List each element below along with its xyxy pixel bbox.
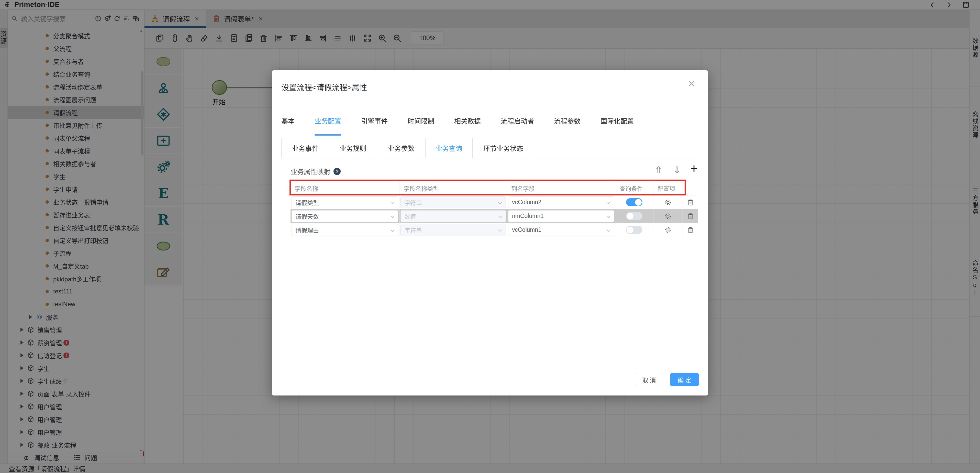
row-delete-button[interactable] (683, 196, 698, 209)
chevron-down-icon (391, 214, 395, 218)
subtab-business-query[interactable]: 业务查询 (426, 138, 473, 158)
column-field-select[interactable]: vcColumn1 (508, 224, 614, 236)
tab-process-initiator[interactable]: 流程启动者 (501, 116, 534, 125)
subtab-business-params[interactable]: 业务参数 (377, 138, 426, 158)
tab-related-data[interactable]: 相关数据 (454, 116, 481, 125)
dialog-title: 设置流程<请假流程>属性 (281, 81, 367, 92)
row-config-button[interactable] (654, 196, 683, 209)
subtab-business-rules[interactable]: 业务规则 (329, 138, 377, 158)
field-name-select[interactable]: 请假类型 (291, 196, 398, 208)
help-icon[interactable]: ? (334, 168, 340, 175)
row-delete-button[interactable] (683, 223, 698, 237)
move-up-icon[interactable]: ⇧ (655, 166, 662, 175)
query-condition-toggle[interactable] (626, 226, 643, 234)
tab-i18n-config[interactable]: 国际化配置 (600, 116, 634, 125)
chevron-down-icon (606, 214, 611, 218)
section-label: 业务属性映射 ? (291, 167, 340, 176)
field-type-select: 字符串 (401, 196, 506, 208)
tab-underline-track (281, 135, 699, 135)
chevron-down-icon (391, 200, 395, 204)
chevron-down-icon (606, 200, 611, 204)
table-row: 请假理由 字符串 vcColumn1 (291, 223, 698, 237)
chevron-down-icon (498, 214, 502, 218)
col-field-name: 字段名称 (291, 181, 399, 195)
field-type-select: 数值 (401, 210, 506, 222)
row-delete-button[interactable] (683, 209, 698, 223)
field-name-select[interactable]: 请假天数 (291, 210, 398, 222)
table-row-highlighted: 请假天数 数值 nmColumn1 (291, 209, 698, 223)
col-column-field: 列名字段 (507, 181, 615, 195)
col-actions (683, 181, 698, 195)
tab-basic[interactable]: 基本 (281, 116, 294, 125)
process-properties-dialog: 设置流程<请假流程>属性 × 基本 业务配置 引擎事件 时间限制 相关数据 流程… (272, 70, 708, 395)
tab-time-limit[interactable]: 时间限制 (408, 116, 434, 125)
active-tab-indicator (315, 134, 341, 135)
property-mapping-table: 字段名称 字段名称类型 列名字段 查询条件 配置项 请假类型 字符串 vcCol… (291, 181, 698, 237)
confirm-button[interactable]: 确定 (670, 373, 699, 386)
subtab-step-business-status[interactable]: 环节业务状态 (473, 138, 534, 158)
query-condition-toggle[interactable] (626, 212, 643, 220)
cancel-button[interactable]: 取消 (635, 373, 663, 386)
chevron-down-icon (498, 200, 502, 204)
subtab-business-events[interactable]: 业务事件 (281, 138, 329, 158)
tab-engine-events[interactable]: 引擎事件 (361, 116, 388, 125)
query-condition-toggle[interactable] (626, 198, 643, 206)
row-config-button[interactable] (654, 209, 683, 223)
field-type-select: 字符串 (401, 224, 506, 236)
column-field-select[interactable]: nmColumn1 (508, 210, 614, 222)
chevron-down-icon (498, 228, 502, 232)
col-query-condition: 查询条件 (615, 181, 654, 195)
tab-business-config[interactable]: 业务配置 (315, 116, 341, 125)
dialog-tabs: 基本 业务配置 引擎事件 时间限制 相关数据 流程启动者 流程参数 国际化配置 (281, 116, 634, 125)
col-field-type: 字段名称类型 (399, 181, 507, 195)
table-row: 请假类型 字符串 vcColumn2 (291, 196, 698, 209)
column-field-select[interactable]: vcColumn2 (508, 196, 614, 208)
field-name-select[interactable]: 请假理由 (291, 224, 398, 236)
col-config-options: 配置项 (654, 181, 683, 195)
row-config-button[interactable] (654, 223, 683, 237)
business-config-subtabs: 业务事件 业务规则 业务参数 业务查询 环节业务状态 (281, 138, 534, 158)
chevron-down-icon (606, 228, 611, 232)
dialog-close-icon[interactable]: × (688, 78, 695, 89)
move-down-icon[interactable]: ⇩ (673, 166, 681, 175)
dialog-footer: 取消 确定 (272, 371, 708, 389)
tab-process-params[interactable]: 流程参数 (554, 116, 581, 125)
chevron-down-icon (391, 228, 395, 232)
table-header-row: 字段名称 字段名称类型 列名字段 查询条件 配置项 (291, 181, 698, 196)
add-row-icon[interactable]: + (690, 162, 698, 175)
